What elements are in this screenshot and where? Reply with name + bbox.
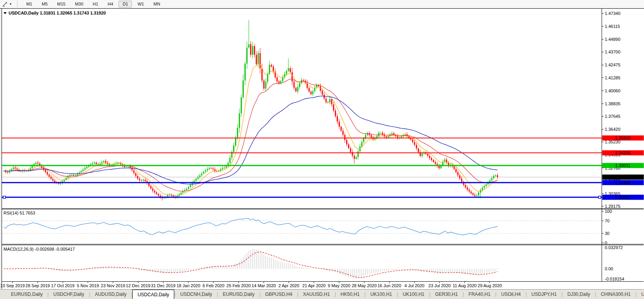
svg-text:11 Aug 2020: 11 Aug 2020 xyxy=(453,283,477,288)
svg-text:0.032972: 0.032972 xyxy=(605,245,623,250)
timeframe-button-M5[interactable]: M5 xyxy=(38,1,51,7)
timeframe-button-D1[interactable]: D1 xyxy=(119,1,132,7)
svg-text:23 Nov 2019: 23 Nov 2019 xyxy=(101,283,125,288)
svg-text:1.29175: 1.29175 xyxy=(605,204,620,209)
svg-text:1.34206: 1.34206 xyxy=(615,150,631,155)
hline-handle-right[interactable] xyxy=(598,196,601,198)
svg-text:1.36420: 1.36420 xyxy=(605,127,620,132)
svg-text:31 Dec 2019: 31 Dec 2019 xyxy=(151,283,175,288)
svg-text:4 Jul 2020: 4 Jul 2020 xyxy=(405,283,425,288)
symbol-ohlc-readout: USDCAD,Daily 1.31831 1.32065 1.31743 1.3… xyxy=(9,11,106,15)
svg-text:1.35606: 1.35606 xyxy=(615,136,631,140)
mt4-window: ▼ M1M5M15M30H1H4D1W1MN 1.473401.461151.4… xyxy=(0,0,644,299)
svg-text:12 Dec 2019: 12 Dec 2019 xyxy=(126,283,150,288)
chart-tab-USDJPY-H1[interactable]: USDJPY,H1 xyxy=(527,290,561,299)
timeframe-button-MN[interactable]: MN xyxy=(150,1,164,7)
svg-text:1.31405: 1.31405 xyxy=(615,180,631,185)
hline-handle-left[interactable] xyxy=(3,196,5,198)
svg-text:14 Mar 2020: 14 Mar 2020 xyxy=(252,283,276,288)
chart-tab-DJ30-Daily[interactable]: DJ30,Daily xyxy=(563,290,595,299)
svg-text:6 Feb 2020: 6 Feb 2020 xyxy=(203,283,224,288)
svg-text:70: 70 xyxy=(605,218,609,223)
price-badge-1.34206: 1.34206 xyxy=(602,150,644,155)
price-badge-1.30022: 1.30022 xyxy=(602,195,644,200)
chart-tab-USDCNH-Daily[interactable]: USDCNH,Daily xyxy=(175,290,217,299)
chart-tab-USDCAD-Daily[interactable]: USDCAD,Daily xyxy=(132,290,174,299)
chart-tab-UK100-H1[interactable]: UK100,H1 xyxy=(398,290,429,299)
chart-canvas[interactable]: 1.473401.461151.448901.437001.424751.412… xyxy=(0,8,644,289)
svg-text:23 Jul 2020: 23 Jul 2020 xyxy=(429,283,451,288)
chart-tab-USOil-H4[interactable]: USOil,H4 xyxy=(496,290,525,299)
dropdown-caret-icon: ▼ xyxy=(9,3,12,6)
svg-text:10 Sep 2019: 10 Sep 2019 xyxy=(0,283,25,288)
chart-tab-GER30-H1[interactable]: GER30,H1 xyxy=(431,290,463,299)
svg-text:1.33011: 1.33011 xyxy=(615,163,631,168)
left-margin xyxy=(0,8,2,289)
chart-tab-bar: EURUSD,Daily|USDCHF,Daily|AUDUSD,Daily|U… xyxy=(0,289,644,299)
svg-text:1.44890: 1.44890 xyxy=(605,37,620,42)
chart-area: 1.473401.461151.448901.437001.424751.412… xyxy=(0,8,644,289)
chart-tab-EURUSD-Daily[interactable]: EURUSD,Daily xyxy=(218,290,259,299)
chart-tab-HK50-H1[interactable]: HK50,H1 xyxy=(336,290,365,299)
chart-tab-UK100-H1[interactable]: UK100,H1 xyxy=(366,290,397,299)
svg-text:16 Jun 2020: 16 Jun 2020 xyxy=(378,283,401,288)
svg-text:28 May 2020: 28 May 2020 xyxy=(352,283,377,288)
chart-tab-USDCHF-Daily[interactable]: USDCHF,Daily xyxy=(49,290,89,299)
toolbar: ▼ M1M5M15M30H1H4D1W1MN xyxy=(0,0,644,8)
chart-tab-XAUUSD-H1[interactable]: XAUUSD,H1 xyxy=(298,290,335,299)
svg-text:1.43700: 1.43700 xyxy=(605,50,620,54)
svg-text:21 Apr 2020: 21 Apr 2020 xyxy=(302,283,325,288)
svg-text:1.30022: 1.30022 xyxy=(615,195,631,200)
svg-text:2 Apr 2020: 2 Apr 2020 xyxy=(278,283,299,288)
svg-text:0.00: 0.00 xyxy=(605,266,613,271)
timeframe-button-group: M1M5M15M30H1H4D1W1MN xyxy=(22,1,165,7)
chart-tab-USOil-H1[interactable]: USOil,H1 xyxy=(637,290,644,299)
svg-text:1.31920: 1.31920 xyxy=(615,175,631,180)
chart-tab-EURUSD-Daily[interactable]: EURUSD,Daily xyxy=(6,290,47,299)
svg-text:1.40060: 1.40060 xyxy=(605,88,620,93)
svg-text:17 Oct 2019: 17 Oct 2019 xyxy=(51,283,75,288)
svg-text:0: 0 xyxy=(605,240,607,245)
svg-text:30: 30 xyxy=(605,231,609,236)
timeframe-button-H4[interactable]: H4 xyxy=(104,1,117,7)
price-badge-1.33011: 1.33011 xyxy=(602,163,644,168)
chart-tab-CHINA300-H1[interactable]: CHINA300,H1 xyxy=(596,290,635,299)
svg-text:1.37645: 1.37645 xyxy=(605,114,620,119)
chart-tab-AUDUSD-Daily[interactable]: AUDUSD,Daily xyxy=(90,290,131,299)
svg-text:1.46115: 1.46115 xyxy=(605,24,620,29)
toolbar-grip xyxy=(17,1,19,7)
timeframe-button-M15[interactable]: M15 xyxy=(53,1,69,7)
timeframe-button-M30[interactable]: M30 xyxy=(71,1,87,7)
chart-tab-GBPUSD-H4[interactable]: GBPUSD,H4 xyxy=(261,290,297,299)
svg-text:100: 100 xyxy=(605,209,612,214)
svg-text:25 Feb 2020: 25 Feb 2020 xyxy=(226,283,251,288)
chart-background xyxy=(0,8,644,289)
timeframe-button-W1[interactable]: W1 xyxy=(133,1,148,7)
svg-text:-0.018154: -0.018154 xyxy=(605,277,624,281)
svg-text:1.41285: 1.41285 xyxy=(605,75,620,80)
timeframe-button-H1[interactable]: H1 xyxy=(89,1,102,7)
price-badge-1.35606: 1.35606 xyxy=(602,136,644,141)
timeframe-button-M1[interactable]: M1 xyxy=(22,1,36,7)
svg-text:1.42475: 1.42475 xyxy=(605,62,620,67)
rsi-indicator-label: RSI(14) 51.7653 xyxy=(4,211,35,215)
svg-text:1.38835: 1.38835 xyxy=(605,101,620,106)
current-price-badge: 1.31920 xyxy=(602,174,644,180)
svg-text:18 Jan 2020: 18 Jan 2020 xyxy=(177,283,201,288)
svg-text:5 Nov 2019: 5 Nov 2019 xyxy=(77,283,99,288)
svg-text:1.47340: 1.47340 xyxy=(605,11,620,16)
svg-text:29 Aug 2020: 29 Aug 2020 xyxy=(478,283,502,288)
macd-indicator-label: MACD(12,26,9) -0.002698 -0.005417 xyxy=(4,247,75,251)
line-studies-tool-button[interactable]: ▼ xyxy=(1,0,13,8)
chart-tab-FRA40-H1[interactable]: FRA40,H1 xyxy=(464,290,495,299)
line-studies-icon xyxy=(2,1,8,7)
price-badge-1.31405: 1.31405 xyxy=(602,180,644,185)
svg-text:28 Sep 2019: 28 Sep 2019 xyxy=(26,283,50,288)
svg-text:9 May 2020: 9 May 2020 xyxy=(328,283,350,288)
